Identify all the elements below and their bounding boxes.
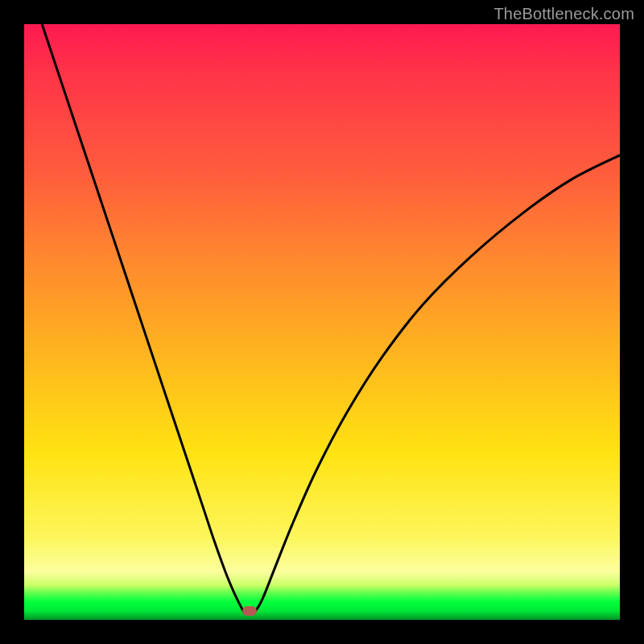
curve-path bbox=[42, 24, 620, 614]
bottleneck-curve bbox=[24, 24, 620, 620]
watermark-text: TheBottleneck.com bbox=[493, 5, 634, 23]
optimum-marker bbox=[242, 606, 257, 616]
plot-area bbox=[24, 24, 620, 620]
chart-frame: TheBottleneck.com bbox=[0, 0, 644, 644]
